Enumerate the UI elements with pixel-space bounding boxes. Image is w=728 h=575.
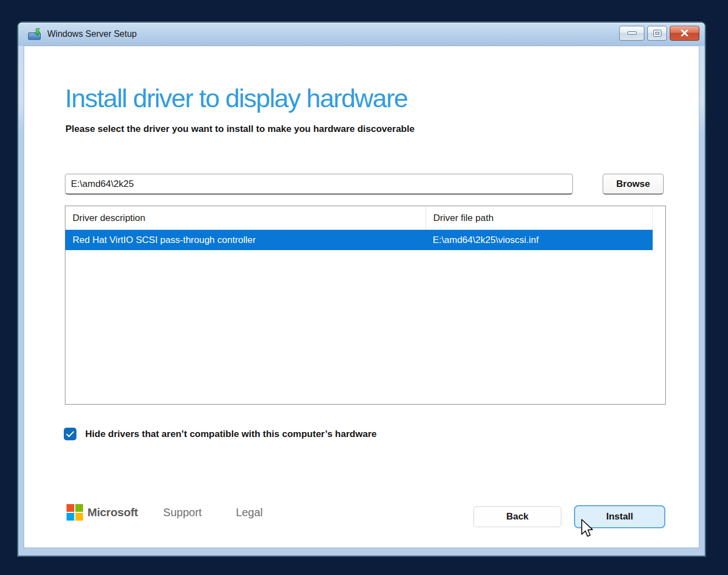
driver-table-header: Driver description Driver file path — [65, 206, 665, 230]
minimize-button[interactable] — [619, 26, 644, 41]
legal-link[interactable]: Legal — [236, 506, 263, 519]
hide-incompatible-checkbox[interactable] — [64, 428, 76, 440]
close-button[interactable] — [670, 26, 699, 41]
hide-incompatible-row: Hide drivers that aren’t compatible with… — [64, 428, 377, 440]
footer: Microsoft Support Legal — [67, 504, 263, 521]
window-title: Windows Server Setup — [47, 29, 619, 39]
back-button[interactable]: Back — [473, 506, 561, 527]
hide-incompatible-label[interactable]: Hide drivers that aren’t compatible with… — [85, 429, 377, 440]
column-header-file-path[interactable]: Driver file path — [426, 206, 653, 230]
install-driver-icon — [27, 27, 42, 41]
maximize-button[interactable] — [647, 26, 667, 41]
install-button[interactable]: Install — [574, 505, 665, 528]
browse-button[interactable]: Browse — [603, 174, 664, 195]
checkmark-icon — [66, 431, 74, 438]
close-icon — [681, 30, 688, 36]
driver-path-cell: E:\amd64\2k25\vioscsi.inf — [426, 230, 653, 250]
setup-window: Windows Server Setup Install driver to d… — [18, 22, 705, 556]
brand-name: Microsoft — [87, 506, 138, 519]
titlebar[interactable]: Windows Server Setup — [18, 23, 705, 46]
driver-row[interactable]: Red Hat VirtIO SCSI pass-through control… — [65, 230, 653, 250]
support-link[interactable]: Support — [163, 506, 202, 519]
dialog-content: Install driver to display hardware Pleas… — [24, 46, 699, 548]
page-title: Install driver to display hardware — [65, 82, 407, 114]
window-controls — [619, 26, 699, 41]
driver-description-cell: Red Hat VirtIO SCSI pass-through control… — [65, 230, 426, 250]
page-subtitle: Please select the driver you want to ins… — [65, 124, 415, 135]
driver-path-input[interactable] — [65, 174, 573, 195]
maximize-icon — [654, 30, 661, 36]
column-header-description[interactable]: Driver description — [65, 206, 426, 230]
minimize-icon — [627, 31, 637, 35]
desktop: { "window": { "title": "Windows Server S… — [0, 0, 728, 575]
driver-table: Driver description Driver file path Red … — [65, 206, 666, 405]
microsoft-logo — [67, 504, 83, 521]
